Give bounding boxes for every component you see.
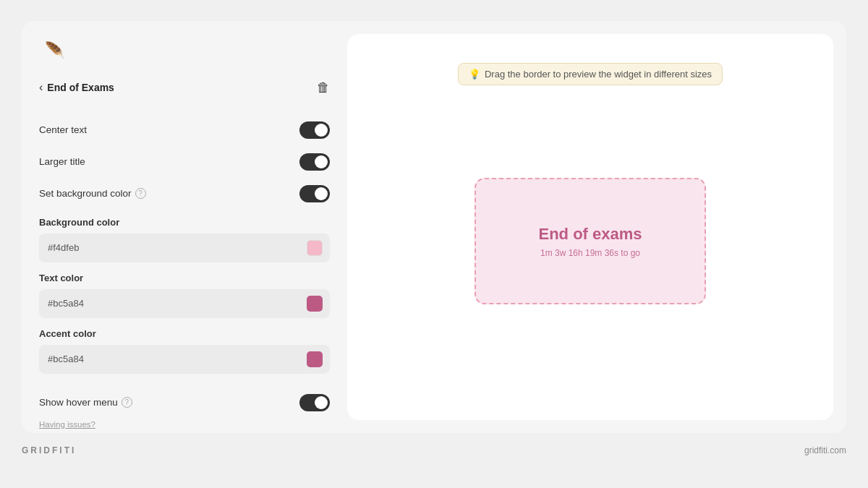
show-hover-menu-label: Show hover menu ? <box>39 397 132 408</box>
show-hover-menu-row: Show hover menu ? <box>39 387 330 419</box>
accent-color-title: Accent color <box>39 328 330 339</box>
hover-menu-section: Show hover menu ? <box>22 387 347 419</box>
set-background-help-icon[interactable]: ? <box>135 188 146 199</box>
back-button[interactable]: ‹ End of Exams <box>39 81 114 94</box>
settings-list: Center text Larger title <box>22 114 347 210</box>
hint-text: Drag the border to preview the widget in… <box>485 69 712 80</box>
logo-icon: 🪶 <box>45 41 64 59</box>
center-text-toggle[interactable] <box>299 121 330 139</box>
delete-icon[interactable]: 🗑 <box>317 80 330 95</box>
text-color-swatch[interactable] <box>307 296 323 312</box>
back-arrow-icon: ‹ <box>39 81 43 94</box>
left-panel: 🪶 ‹ End of Exams 🗑 Center text <box>22 21 347 433</box>
hint-icon: 💡 <box>469 69 480 80</box>
logo-area: 🪶 <box>22 41 347 60</box>
show-hover-menu-toggle[interactable] <box>299 394 330 411</box>
color-section: Background color Text color Accent color <box>22 213 347 384</box>
brand-left-label: GRIDFITI <box>22 445 76 455</box>
drag-hint-banner: 💡 Drag the border to preview the widget … <box>458 63 723 85</box>
text-color-input[interactable] <box>48 298 307 309</box>
set-background-color-label: Set background color ? <box>39 188 146 199</box>
hover-menu-help-icon[interactable]: ? <box>122 397 132 408</box>
widget-subtitle: 1m 3w 16h 19m 36s to go <box>540 248 640 258</box>
bg-color-input[interactable] <box>48 242 307 253</box>
bg-color-swatch[interactable] <box>307 240 323 256</box>
accent-color-input[interactable] <box>48 354 307 364</box>
accent-color-input-row <box>39 345 330 374</box>
widget-preview[interactable]: End of exams 1m 3w 16h 19m 36s to go <box>475 178 706 304</box>
accent-color-swatch[interactable] <box>307 351 323 367</box>
right-panel: 💡 Drag the border to preview the widget … <box>347 34 833 420</box>
bg-color-input-row <box>39 234 330 262</box>
brand-right-label: gridfiti.com <box>804 445 846 455</box>
larger-title-label: Larger title <box>39 156 85 167</box>
center-text-label: Center text <box>39 124 87 135</box>
bg-color-title: Background color <box>39 217 330 228</box>
bottom-bar: GRIDFITI gridfiti.com <box>0 433 868 468</box>
set-background-color-toggle[interactable] <box>299 185 330 202</box>
larger-title-toggle[interactable] <box>299 153 330 171</box>
back-header: ‹ End of Exams 🗑 <box>22 74 347 101</box>
center-text-row: Center text <box>39 114 330 146</box>
larger-title-row: Larger title <box>39 146 330 178</box>
text-color-input-row <box>39 289 330 318</box>
back-title-label: End of Exams <box>47 82 114 93</box>
set-background-color-row: Set background color ? <box>39 178 330 210</box>
text-color-title: Text color <box>39 273 330 283</box>
main-container: 🪶 ‹ End of Exams 🗑 Center text <box>22 21 846 433</box>
widget-title: End of exams <box>538 225 642 244</box>
having-issues-link[interactable]: Having issues? <box>22 419 347 429</box>
